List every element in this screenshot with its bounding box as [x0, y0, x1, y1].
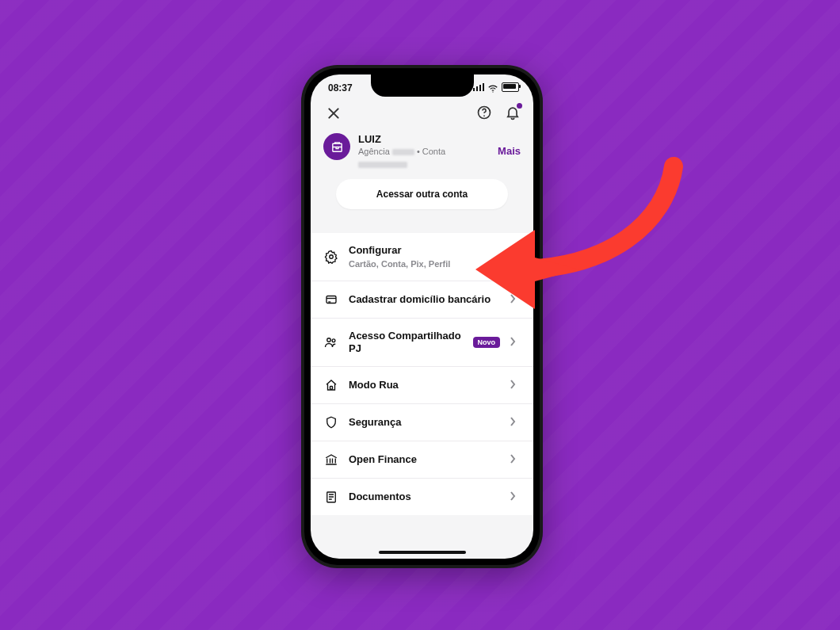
row-subtitle: Cartão, Conta, Pix, Perfil [349, 258, 521, 269]
phone-frame: 08:37 [301, 65, 543, 568]
svg-rect-8 [330, 387, 333, 390]
switch-account-button[interactable]: Acessar outra conta [336, 179, 508, 209]
row-seguranca[interactable]: Segurança [311, 404, 533, 441]
more-link[interactable]: Mais [498, 145, 521, 157]
shield-icon [323, 415, 339, 430]
phone-bezel: 08:37 [304, 68, 540, 565]
account-label: Conta [422, 147, 445, 156]
svg-rect-5 [326, 296, 336, 304]
novo-badge: Novo [473, 337, 501, 348]
row-title: Open Finance [349, 453, 500, 466]
row-configurar[interactable]: Configurar Cartão, Conta, Pix, Perfil [311, 233, 533, 281]
chevron-right-icon [510, 292, 521, 307]
row-open-finance[interactable]: Open Finance [311, 441, 533, 479]
page-background: 08:37 [0, 0, 840, 630]
notifications-button[interactable] [505, 105, 521, 120]
row-title: Segurança [349, 416, 500, 429]
row-domicilio-bancario[interactable]: Cadastrar domicílio bancário [311, 281, 533, 319]
account-row: LUIZ Agência • Conta Mais [323, 133, 521, 168]
help-button[interactable] [476, 105, 492, 120]
account-subtitle: Agência • Conta [358, 146, 490, 168]
account-header: LUIZ Agência • Conta Mais [311, 130, 533, 219]
chevron-right-icon [510, 378, 521, 392]
svg-rect-3 [332, 143, 341, 151]
svg-point-2 [483, 115, 485, 116]
status-icons [473, 82, 519, 92]
switch-account-label: Acessar outra conta [376, 189, 468, 200]
account-number-redacted [358, 162, 407, 168]
account-info: LUIZ Agência • Conta [358, 133, 490, 168]
close-button[interactable] [325, 105, 342, 122]
phone-notch [371, 74, 474, 97]
signal-icon [473, 83, 484, 91]
status-time: 08:37 [328, 82, 353, 94]
gear-icon [323, 250, 339, 264]
chevron-right-icon [510, 415, 521, 430]
wifi-icon [487, 83, 498, 91]
document-icon [323, 490, 339, 504]
row-title: Modo Rua [349, 379, 500, 391]
top-bar-actions [476, 105, 521, 120]
row-title: Cadastrar domicílio bancário [349, 293, 500, 306]
dot-separator: • [417, 147, 422, 156]
users-icon [323, 335, 339, 349]
svg-point-4 [330, 255, 334, 259]
account-name: LUIZ [358, 133, 490, 145]
home-lock-icon [323, 378, 339, 392]
account-avatar [323, 133, 350, 160]
row-acesso-compartilhado[interactable]: Acesso Compartilhado PJ Novo [311, 319, 533, 367]
battery-icon [502, 82, 519, 92]
notification-dot-icon [517, 103, 522, 109]
chevron-right-icon [510, 335, 521, 349]
phone-screen: 08:37 [311, 74, 533, 559]
row-documentos[interactable]: Documentos [311, 479, 533, 515]
svg-point-6 [327, 338, 331, 342]
chevron-right-icon [510, 490, 521, 504]
row-title: Documentos [349, 491, 500, 503]
svg-point-0 [492, 92, 493, 93]
agency-label: Agência [358, 147, 390, 156]
row-title: Configurar [349, 244, 521, 257]
chevron-right-icon [510, 452, 521, 467]
home-indicator [379, 551, 466, 554]
app-top-bar [311, 100, 533, 130]
row-modo-rua[interactable]: Modo Rua [311, 367, 533, 404]
card-stack-icon [323, 292, 339, 307]
settings-list: Configurar Cartão, Conta, Pix, Perfil Ca… [311, 233, 533, 515]
agency-redacted [392, 149, 414, 155]
row-title: Acesso Compartilhado PJ [349, 330, 468, 355]
svg-point-7 [332, 339, 335, 342]
bank-icon [323, 452, 339, 467]
